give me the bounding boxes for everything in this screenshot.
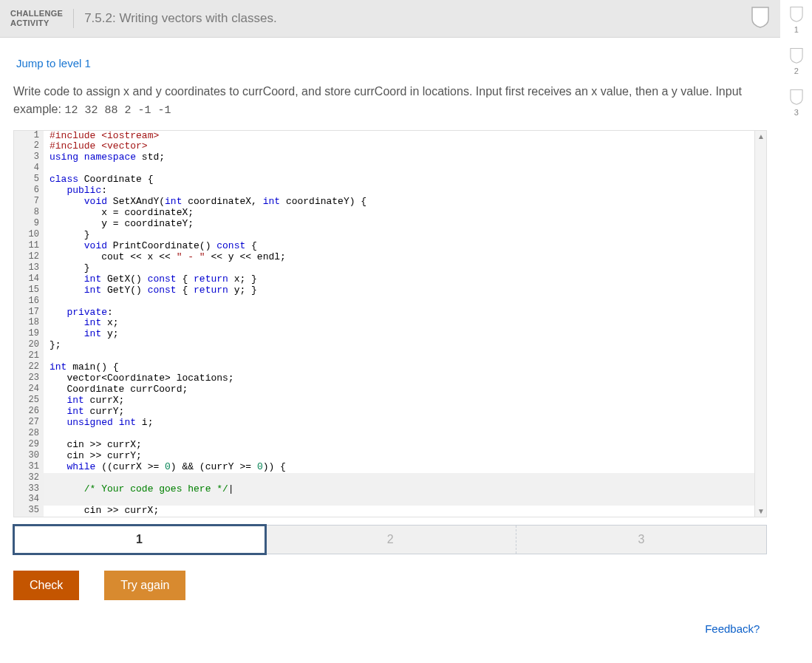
code-content[interactable]: int main() { [44,362,754,373]
line-number: 10 [14,230,44,241]
code-line[interactable]: 21 [14,351,754,362]
code-line[interactable]: 18 int x; [14,318,754,329]
bookmark-icon[interactable] [751,6,770,31]
code-content[interactable]: cin >> currY; [44,451,754,462]
badge-line1: CHALLENGE [10,9,63,18]
code-content[interactable]: unsigned int i; [44,418,754,429]
scroll-down-icon[interactable]: ▼ [755,505,767,517]
code-line[interactable]: 34 [14,494,754,506]
code-line[interactable]: 29 cin >> currX; [14,440,754,451]
line-number: 28 [14,429,44,440]
code-content[interactable]: void PrintCoordinate() const { [44,241,754,252]
code-content[interactable]: int currY; [44,407,754,418]
code-content[interactable] [44,351,754,362]
code-line[interactable]: 31 while ((currX >= 0) && (currY >= 0)) … [14,462,754,473]
code-line[interactable]: 23 vector<Coordinate> locations; [14,373,754,384]
code-line[interactable]: 16 [14,296,754,307]
code-line[interactable]: 5class Coordinate { [14,174,754,186]
code-content[interactable]: void SetXAndY(int coordinateX, int coord… [44,197,754,208]
code-content[interactable] [44,473,754,484]
code-content[interactable]: vector<Coordinate> locations; [44,373,754,384]
feedback-link[interactable]: Feedback? [705,622,760,635]
code-content[interactable]: private: [44,307,754,319]
code-content[interactable]: int currX; [44,395,754,407]
code-table[interactable]: 1#include <iostream>2#include <vector>3u… [14,131,754,517]
jump-to-level-link[interactable]: Jump to level 1 [0,51,780,83]
code-content[interactable]: int GetY() const { return y; } [44,285,754,296]
code-line[interactable]: 26 int currY; [14,407,754,418]
try-again-button[interactable]: Try again [104,571,185,600]
code-line[interactable]: 13 } [14,263,754,274]
level-tab-3[interactable]: 3 [516,526,767,554]
code-line[interactable]: 2#include <vector> [14,141,754,152]
check-button[interactable]: Check [13,571,79,600]
code-line[interactable]: 28 [14,429,754,440]
code-content[interactable]: #include <iostream> [44,131,754,142]
code-content[interactable] [44,429,754,440]
code-line[interactable]: 30 cin >> currY; [14,451,754,462]
code-content[interactable] [44,163,754,174]
code-content[interactable]: while ((currX >= 0) && (currY >= 0)) { [44,462,754,473]
line-number: 31 [14,462,44,473]
code-line[interactable]: 14 int GetX() const { return x; } [14,274,754,285]
code-line[interactable]: 35 cin >> currX; [14,506,754,517]
code-content[interactable]: int x; [44,318,754,329]
code-content[interactable]: int y; [44,329,754,340]
code-content[interactable]: cin >> currX; [44,506,754,517]
code-line[interactable]: 7 void SetXAndY(int coordinateX, int coo… [14,197,754,208]
code-line[interactable]: 15 int GetY() const { return y; } [14,285,754,296]
line-number: 8 [14,208,44,219]
code-line[interactable]: 8 x = coordinateX; [14,208,754,219]
code-line[interactable]: 3using namespace std; [14,152,754,163]
code-line[interactable]: 1#include <iostream> [14,131,754,142]
code-line[interactable]: 19 int y; [14,329,754,340]
shield-icon [789,6,804,24]
line-number: 33 [14,484,44,495]
code-content[interactable]: x = coordinateX; [44,208,754,219]
code-line[interactable]: 24 Coordinate currCoord; [14,384,754,395]
code-editor[interactable]: 1#include <iostream>2#include <vector>3u… [13,130,767,518]
code-line[interactable]: 25 int currX; [14,395,754,407]
line-number: 35 [14,506,44,517]
code-line[interactable]: 17 private: [14,307,754,319]
code-line[interactable]: 9 y = coordinateY; [14,219,754,230]
activity-title: 7.5.2: Writing vectors with classes. [84,11,276,26]
progress-badge-2[interactable]: 2 [789,47,804,75]
code-content[interactable]: }; [44,340,754,351]
code-content[interactable]: class Coordinate { [44,174,754,186]
code-content[interactable]: Coordinate currCoord; [44,384,754,395]
line-number: 15 [14,285,44,296]
progress-badge-1[interactable]: 1 [789,6,804,34]
code-content[interactable]: } [44,263,754,274]
progress-badge-label: 3 [794,108,799,117]
code-content[interactable]: y = coordinateY; [44,219,754,230]
code-content[interactable]: public: [44,186,754,197]
code-line[interactable]: 32 [14,473,754,484]
code-content[interactable]: /* Your code goes here */| [44,484,754,495]
code-content[interactable]: using namespace std; [44,152,754,163]
code-content[interactable] [44,494,754,506]
code-content[interactable]: int GetX() const { return x; } [44,274,754,285]
code-line[interactable]: 33 /* Your code goes here */| [14,484,754,495]
code-line[interactable]: 6 public: [14,186,754,197]
code-line[interactable]: 12 cout << x << " - " << y << endl; [14,252,754,263]
code-line[interactable]: 11 void PrintCoordinate() const { [14,241,754,252]
line-number: 20 [14,340,44,351]
scroll-up-icon[interactable]: ▲ [755,131,767,143]
editor-scrollbar[interactable]: ▲ ▼ [754,131,766,517]
level-tab-2[interactable]: 2 [265,526,516,554]
line-number: 30 [14,451,44,462]
code-content[interactable]: #include <vector> [44,141,754,152]
code-line[interactable]: 27 unsigned int i; [14,418,754,429]
code-line[interactable]: 22int main() { [14,362,754,373]
code-content[interactable] [44,296,754,307]
progress-badge-label: 1 [794,25,799,34]
code-line[interactable]: 20}; [14,340,754,351]
level-tab-1[interactable]: 1 [14,526,265,554]
code-content[interactable]: cin >> currX; [44,440,754,451]
code-line[interactable]: 10 } [14,230,754,241]
code-content[interactable]: } [44,230,754,241]
code-line[interactable]: 4 [14,163,754,174]
code-content[interactable]: cout << x << " - " << y << endl; [44,252,754,263]
progress-badge-3[interactable]: 3 [789,89,804,117]
